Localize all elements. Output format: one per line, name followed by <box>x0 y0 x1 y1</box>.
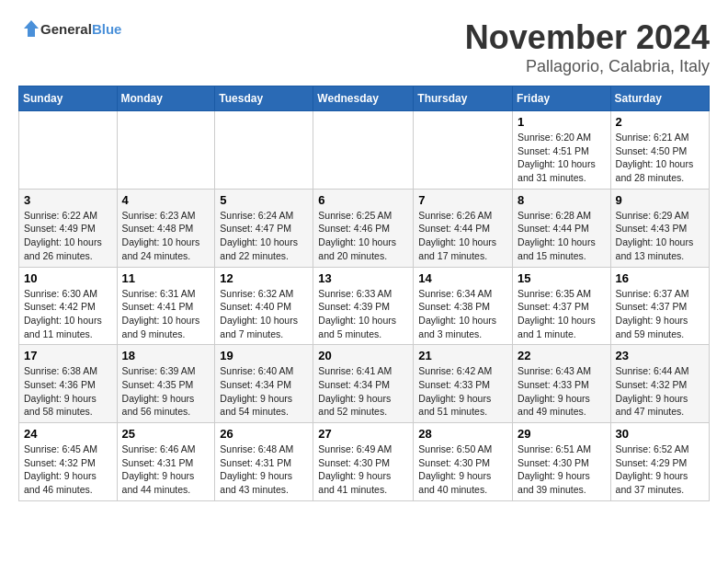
day-number: 24 <box>24 427 112 441</box>
day-info: Sunrise: 6:21 AM Sunset: 4:50 PM Dayligh… <box>616 131 704 185</box>
day-info: Sunrise: 6:26 AM Sunset: 4:44 PM Dayligh… <box>418 209 507 263</box>
logo-bird-icon <box>18 18 39 39</box>
header-thursday: Thursday <box>414 86 513 111</box>
table-row: 28Sunrise: 6:50 AM Sunset: 4:30 PM Dayli… <box>414 423 513 501</box>
day-info: Sunrise: 6:39 AM Sunset: 4:35 PM Dayligh… <box>122 364 210 419</box>
day-number: 17 <box>24 349 112 362</box>
table-row <box>313 111 414 190</box>
day-info: Sunrise: 6:40 AM Sunset: 4:34 PM Dayligh… <box>220 364 308 419</box>
day-number: 26 <box>220 427 308 441</box>
header-friday: Friday <box>513 86 611 111</box>
header-saturday: Saturday <box>610 86 709 111</box>
day-number: 8 <box>518 193 606 207</box>
table-row: 10Sunrise: 6:30 AM Sunset: 4:42 PM Dayli… <box>19 267 118 345</box>
table-row: 11Sunrise: 6:31 AM Sunset: 4:41 PM Dayli… <box>117 267 215 345</box>
header-monday: Monday <box>117 86 215 111</box>
day-number: 7 <box>418 193 507 207</box>
day-number: 12 <box>220 271 308 285</box>
table-row: 4Sunrise: 6:23 AM Sunset: 4:48 PM Daylig… <box>117 189 215 267</box>
day-info: Sunrise: 6:32 AM Sunset: 4:40 PM Dayligh… <box>220 287 308 341</box>
day-number: 25 <box>122 427 210 441</box>
day-info: Sunrise: 6:29 AM Sunset: 4:43 PM Dayligh… <box>616 209 704 263</box>
day-number: 19 <box>220 349 308 362</box>
day-number: 16 <box>616 271 704 285</box>
table-row: 7Sunrise: 6:26 AM Sunset: 4:44 PM Daylig… <box>414 189 513 267</box>
day-info: Sunrise: 6:30 AM Sunset: 4:42 PM Dayligh… <box>24 287 112 341</box>
table-row: 26Sunrise: 6:48 AM Sunset: 4:31 PM Dayli… <box>215 423 313 501</box>
table-row: 3Sunrise: 6:22 AM Sunset: 4:49 PM Daylig… <box>19 189 118 267</box>
header-tuesday: Tuesday <box>215 86 313 111</box>
table-row: 18Sunrise: 6:39 AM Sunset: 4:35 PM Dayli… <box>117 345 215 423</box>
day-number: 30 <box>616 427 704 441</box>
day-number: 1 <box>518 115 606 129</box>
logo: GeneralBlue <box>18 18 121 39</box>
day-info: Sunrise: 6:50 AM Sunset: 4:30 PM Dayligh… <box>418 442 507 497</box>
table-row: 14Sunrise: 6:34 AM Sunset: 4:38 PM Dayli… <box>414 267 513 345</box>
day-number: 10 <box>24 271 112 285</box>
calendar-table: Sunday Monday Tuesday Wednesday Thursday… <box>18 86 710 501</box>
calendar-week-row: 17Sunrise: 6:38 AM Sunset: 4:36 PM Dayli… <box>19 345 710 423</box>
day-number: 27 <box>318 427 408 441</box>
day-info: Sunrise: 6:22 AM Sunset: 4:49 PM Dayligh… <box>24 209 112 263</box>
table-row: 16Sunrise: 6:37 AM Sunset: 4:37 PM Dayli… <box>610 267 709 345</box>
day-info: Sunrise: 6:28 AM Sunset: 4:44 PM Dayligh… <box>518 209 606 263</box>
calendar-title-area: November 2024 Pallagorio, Calabria, Ital… <box>465 18 710 76</box>
table-row: 2Sunrise: 6:21 AM Sunset: 4:50 PM Daylig… <box>610 111 709 190</box>
day-number: 22 <box>518 349 606 362</box>
day-info: Sunrise: 6:41 AM Sunset: 4:34 PM Dayligh… <box>318 364 408 419</box>
day-info: Sunrise: 6:48 AM Sunset: 4:31 PM Dayligh… <box>220 442 308 497</box>
day-info: Sunrise: 6:25 AM Sunset: 4:46 PM Dayligh… <box>318 209 408 263</box>
day-number: 18 <box>122 349 210 362</box>
month-title: November 2024 <box>465 18 710 57</box>
day-number: 21 <box>418 349 507 362</box>
day-info: Sunrise: 6:52 AM Sunset: 4:29 PM Dayligh… <box>616 442 704 497</box>
day-info: Sunrise: 6:49 AM Sunset: 4:30 PM Dayligh… <box>318 442 408 497</box>
day-number: 13 <box>318 271 408 285</box>
day-number: 29 <box>518 427 606 441</box>
day-info: Sunrise: 6:38 AM Sunset: 4:36 PM Dayligh… <box>24 364 112 419</box>
day-info: Sunrise: 6:23 AM Sunset: 4:48 PM Dayligh… <box>122 209 210 263</box>
day-number: 6 <box>318 193 408 207</box>
table-row: 15Sunrise: 6:35 AM Sunset: 4:37 PM Dayli… <box>513 267 611 345</box>
day-info: Sunrise: 6:51 AM Sunset: 4:30 PM Dayligh… <box>518 442 606 497</box>
header-wednesday: Wednesday <box>313 86 414 111</box>
header-sunday: Sunday <box>19 86 118 111</box>
day-info: Sunrise: 6:43 AM Sunset: 4:33 PM Dayligh… <box>518 364 606 419</box>
table-row <box>19 111 118 190</box>
calendar-week-row: 1Sunrise: 6:20 AM Sunset: 4:51 PM Daylig… <box>19 111 710 190</box>
day-number: 5 <box>220 193 308 207</box>
day-number: 23 <box>616 349 704 362</box>
calendar-week-row: 3Sunrise: 6:22 AM Sunset: 4:49 PM Daylig… <box>19 189 710 267</box>
svg-marker-0 <box>24 20 39 37</box>
table-row: 21Sunrise: 6:42 AM Sunset: 4:33 PM Dayli… <box>414 345 513 423</box>
table-row <box>215 111 313 190</box>
day-number: 9 <box>616 193 704 207</box>
day-info: Sunrise: 6:37 AM Sunset: 4:37 PM Dayligh… <box>616 287 704 341</box>
day-info: Sunrise: 6:35 AM Sunset: 4:37 PM Dayligh… <box>518 287 606 341</box>
table-row: 5Sunrise: 6:24 AM Sunset: 4:47 PM Daylig… <box>215 189 313 267</box>
table-row: 19Sunrise: 6:40 AM Sunset: 4:34 PM Dayli… <box>215 345 313 423</box>
table-row: 6Sunrise: 6:25 AM Sunset: 4:46 PM Daylig… <box>313 189 414 267</box>
logo-container: GeneralBlue <box>18 18 121 39</box>
day-number: 15 <box>518 271 606 285</box>
table-row: 25Sunrise: 6:46 AM Sunset: 4:31 PM Dayli… <box>117 423 215 501</box>
table-row: 29Sunrise: 6:51 AM Sunset: 4:30 PM Dayli… <box>513 423 611 501</box>
table-row <box>414 111 513 190</box>
table-row <box>117 111 215 190</box>
day-info: Sunrise: 6:46 AM Sunset: 4:31 PM Dayligh… <box>122 442 210 497</box>
table-row: 30Sunrise: 6:52 AM Sunset: 4:29 PM Dayli… <box>610 423 709 501</box>
day-info: Sunrise: 6:20 AM Sunset: 4:51 PM Dayligh… <box>518 131 606 185</box>
day-number: 28 <box>418 427 507 441</box>
table-row: 9Sunrise: 6:29 AM Sunset: 4:43 PM Daylig… <box>610 189 709 267</box>
day-info: Sunrise: 6:44 AM Sunset: 4:32 PM Dayligh… <box>616 364 704 419</box>
table-row: 12Sunrise: 6:32 AM Sunset: 4:40 PM Dayli… <box>215 267 313 345</box>
calendar-header-row: Sunday Monday Tuesday Wednesday Thursday… <box>19 86 710 111</box>
day-number: 20 <box>318 349 408 362</box>
day-info: Sunrise: 6:34 AM Sunset: 4:38 PM Dayligh… <box>418 287 507 341</box>
day-info: Sunrise: 6:42 AM Sunset: 4:33 PM Dayligh… <box>418 364 507 419</box>
day-number: 4 <box>122 193 210 207</box>
day-number: 2 <box>616 115 704 129</box>
table-row: 24Sunrise: 6:45 AM Sunset: 4:32 PM Dayli… <box>19 423 118 501</box>
day-number: 3 <box>24 193 112 207</box>
table-row: 13Sunrise: 6:33 AM Sunset: 4:39 PM Dayli… <box>313 267 414 345</box>
